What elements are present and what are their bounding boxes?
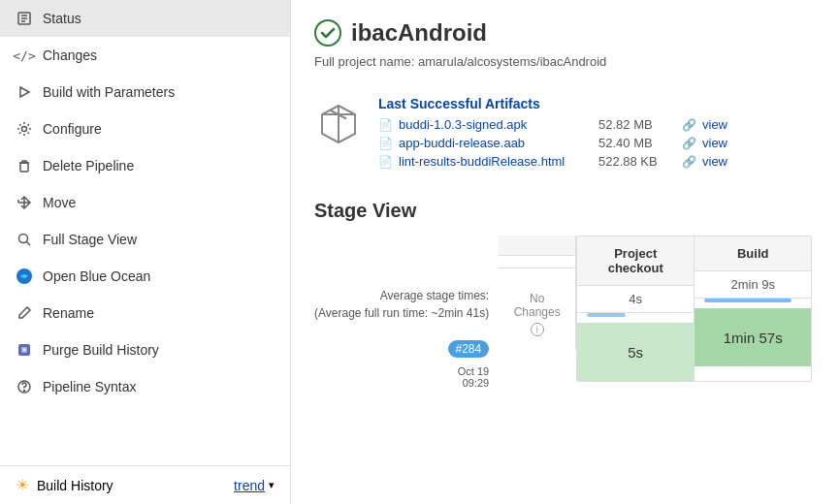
project-full-name: Full project name: amarula/alcosystems/i… (314, 54, 817, 69)
no-changes-column: No Changes i (499, 236, 576, 350)
success-check-icon (314, 19, 341, 47)
sidebar-item-changes[interactable]: </> Changes (0, 37, 290, 74)
svg-rect-6 (20, 163, 28, 172)
artifact-name[interactable]: app-buddi-release.aab (399, 136, 593, 150)
fingerprint-icon: 🔗 (682, 137, 696, 150)
artifact-row: 📄 buddi-1.0.3-signed.apk 52.82 MB 🔗 view (378, 117, 727, 132)
blue-ocean-icon (16, 268, 33, 285)
artifacts-title[interactable]: Last Successful Artifacts (378, 96, 727, 111)
avg-times-label: Average stage times: (Average full run t… (314, 287, 489, 322)
svg-point-16 (24, 391, 25, 392)
stage-avg-bar (587, 313, 626, 317)
sidebar-item-label: Purge Build History (43, 342, 159, 358)
fingerprint-icon: 🔗 (682, 118, 696, 132)
changes-icon: </> (16, 47, 33, 64)
build-history-label: Build History (37, 478, 113, 493)
file-icon: 📄 (378, 118, 393, 132)
stage-avg-bar (704, 299, 792, 302)
sidebar-item-purge-build-history[interactable]: Purge Build History (0, 331, 290, 368)
stage-grid: Projectcheckout 4s 5s Build 2min 9s 1min… (576, 236, 812, 382)
sidebar-item-pipeline-syntax[interactable]: Pipeline Syntax (0, 368, 290, 405)
sidebar-item-label: Open Blue Ocean (43, 268, 150, 284)
sidebar-item-full-stage-view[interactable]: Full Stage View (0, 221, 290, 258)
stage-col-checkout: Projectcheckout 4s 5s (577, 236, 695, 381)
sidebar-item-label: Changes (43, 47, 97, 63)
sidebar-item-label: Delete Pipeline (43, 158, 134, 173)
no-changes-header (499, 236, 575, 256)
sidebar-item-delete-pipeline[interactable]: Delete Pipeline (0, 147, 290, 184)
artifact-row: 📄 app-buddi-release.aab 52.40 MB 🔗 view (378, 136, 727, 150)
stage-cell[interactable]: 1min 57s (695, 308, 811, 366)
question-icon (16, 378, 33, 395)
sidebar-item-rename[interactable]: Rename (0, 295, 290, 331)
chevron-down-icon: ▾ (269, 479, 275, 491)
artifact-view-link[interactable]: view (702, 117, 727, 132)
stage-avg-value: 2min 9s (695, 271, 811, 299)
main-content: ibacAndroid Full project name: amarula/a… (291, 0, 840, 504)
fingerprint-icon: 🔗 (682, 155, 696, 169)
build-history-bar: ☀ Build History trend ▾ (0, 465, 290, 504)
sidebar-item-label: Status (43, 11, 81, 26)
stage-col-header: Build (695, 236, 811, 271)
svg-point-5 (22, 127, 27, 132)
sidebar-item-configure[interactable]: Configure (0, 110, 290, 147)
svg-rect-14 (23, 349, 26, 352)
artifact-size: 52.82 MB (598, 117, 676, 132)
file-icon: 📄 (378, 137, 393, 150)
stage-col-build: Build 2min 9s 1min 57s (695, 236, 811, 381)
artifact-size: 522.88 KB (598, 154, 676, 169)
play-icon (16, 83, 33, 101)
no-changes-cell: No Changes i (499, 278, 575, 350)
artifacts-content: Last Successful Artifacts 📄 buddi-1.0.3-… (378, 96, 727, 173)
gear-icon (16, 120, 33, 138)
svg-point-9 (19, 235, 28, 243)
rename-icon (16, 304, 33, 322)
sidebar-item-label: Full Stage View (43, 232, 137, 247)
artifact-size: 52.40 MB (598, 136, 676, 150)
build-history-left: ☀ Build History (16, 476, 113, 494)
status-icon (16, 10, 33, 27)
no-changes-avg (499, 256, 575, 268)
info-icon: i (531, 323, 544, 336)
build-badge[interactable]: #284 (448, 340, 490, 358)
file-icon: 📄 (378, 155, 393, 169)
search-icon (16, 231, 33, 248)
svg-point-17 (315, 20, 340, 46)
sidebar-item-label: Configure (43, 121, 102, 137)
project-title-row: ibacAndroid (314, 19, 817, 47)
sidebar-item-label: Rename (43, 305, 94, 321)
no-changes-label: No Changes (514, 292, 561, 319)
artifact-view-link[interactable]: view (702, 136, 727, 150)
sidebar-item-open-blue-ocean[interactable]: Open Blue Ocean (0, 258, 290, 295)
sidebar-item-move[interactable]: Move (0, 184, 290, 221)
sidebar-item-label: Pipeline Syntax (43, 379, 137, 394)
svg-line-10 (27, 242, 31, 246)
sidebar-item-label: Move (43, 195, 76, 210)
artifacts-section: Last Successful Artifacts 📄 buddi-1.0.3-… (314, 96, 817, 173)
stage-view-area: Average stage times: (Average full run t… (314, 236, 817, 389)
sidebar-item-label: Build with Parameters (43, 84, 175, 100)
stage-col-header: Projectcheckout (577, 236, 694, 286)
sidebar: Status </> Changes Build with Parameters… (0, 0, 291, 504)
svg-marker-4 (20, 87, 29, 97)
sidebar-item-build-with-parameters[interactable]: Build with Parameters (0, 74, 290, 110)
sun-icon: ☀ (16, 476, 29, 494)
move-icon (16, 194, 33, 211)
trend-area[interactable]: trend ▾ (234, 478, 275, 493)
stage-view-heading: Stage View (314, 200, 817, 222)
stage-avg-value: 4s (577, 286, 694, 313)
artifact-view-link[interactable]: view (702, 154, 727, 169)
stage-left-labels: Average stage times: (Average full run t… (314, 236, 499, 389)
package-icon (314, 100, 363, 148)
trend-link[interactable]: trend (234, 478, 265, 493)
project-name-heading: ibacAndroid (351, 19, 487, 47)
build-date: Oct 19 09:29 (458, 365, 489, 389)
purge-icon (16, 341, 33, 359)
sidebar-item-status[interactable]: Status (0, 0, 290, 37)
artifact-row: 📄 lint-results-buddiRelease.html 522.88 … (378, 154, 727, 169)
stage-cell[interactable]: 5s (577, 323, 694, 381)
artifact-name[interactable]: lint-results-buddiRelease.html (399, 154, 593, 169)
trash-icon (16, 157, 33, 174)
artifact-name[interactable]: buddi-1.0.3-signed.apk (399, 117, 593, 132)
